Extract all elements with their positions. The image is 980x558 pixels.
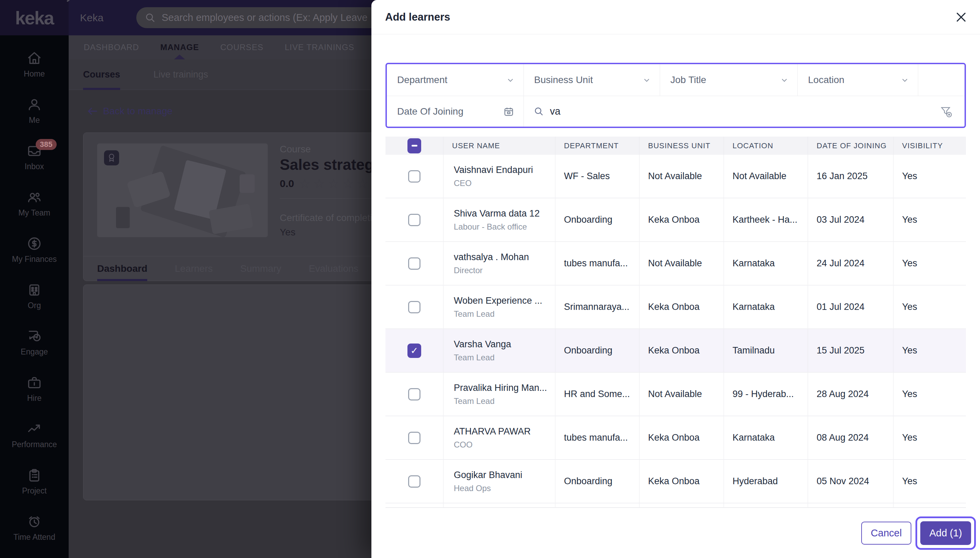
department-filter-dropdown[interactable]: Department (387, 64, 524, 96)
business-unit-filter-dropdown[interactable]: Business Unit (524, 64, 660, 96)
search-icon (534, 107, 544, 117)
user-cell: vathsalya . MohanDirector (443, 242, 555, 285)
global-search[interactable] (136, 7, 381, 28)
sidebar-item-hire[interactable]: Hire (0, 366, 69, 412)
date-of-joining-cell: 03 Jul 2024 (808, 199, 893, 241)
location-cell: Tamilnadu (724, 329, 808, 372)
row-checkbox[interactable] (408, 388, 420, 400)
row-checkbox[interactable] (408, 432, 420, 444)
filter-corner-cell (918, 64, 965, 96)
select-all-checkbox[interactable] (407, 138, 421, 153)
my-team-icon (27, 190, 42, 205)
table-row[interactable]: Vaishnavi EndapuriCEOWF - SalesNot Avail… (386, 155, 966, 199)
sidebar-item-inbox[interactable]: Inbox385 (0, 134, 69, 181)
department-cell: Srimannaraya... (555, 286, 640, 328)
date-of-joining-cell: 08 Aug 2024 (808, 416, 893, 459)
course-thumbnail (97, 143, 268, 237)
inbox-count-badge: 385 (36, 139, 57, 150)
learner-search-input[interactable] (550, 106, 934, 117)
sidebar-item-home[interactable]: Home (0, 41, 69, 88)
tab-dashboard[interactable]: DASHBOARD (84, 35, 139, 59)
add-button-focus-ring[interactable]: Add (1) (916, 517, 976, 550)
tab-label: COURSES (220, 43, 264, 52)
sidebar-item-label: My Team (18, 208, 51, 218)
date-of-joining-label: Date Of Joining (397, 106, 463, 117)
row-checkbox[interactable] (408, 258, 420, 270)
row-checkbox[interactable] (408, 170, 420, 182)
department-cell: Onboarding (555, 329, 640, 372)
sidebar-item-me[interactable]: Me (0, 88, 69, 134)
close-icon[interactable] (955, 11, 967, 23)
rating-value: 0.0 (280, 178, 294, 189)
sidebar-item-time-attend[interactable]: Time Attend (0, 505, 69, 551)
row-checkbox[interactable] (408, 475, 420, 487)
visibility-cell: Yes (893, 286, 966, 328)
location-filter-dropdown[interactable]: Location (798, 64, 918, 96)
tab-live-trainings[interactable]: LIVE TRAININGS (284, 35, 354, 59)
date-of-joining-cell: 01 Jul 2024 (808, 286, 893, 328)
column-header-location[interactable]: LOCATION (724, 136, 808, 155)
business-unit-cell: Keka Onboa (640, 460, 724, 503)
calendar-icon (504, 107, 514, 117)
sidebar-item-engage[interactable]: Engage (0, 320, 69, 366)
table-row[interactable]: Pravalika Hiring Man...Team LeadHR and S… (386, 373, 966, 416)
add-button[interactable]: Add (1) (920, 521, 971, 545)
course-tab-summary[interactable]: Summary (240, 256, 281, 281)
column-header-visibility[interactable]: VISIBILITY (893, 136, 966, 155)
user-role: Director (454, 266, 483, 275)
table-row[interactable]: Shiva Varma data 12Labour - Back officeO… (386, 199, 966, 242)
course-tab-evaluations[interactable]: Evaluations (309, 256, 359, 281)
subtab-courses[interactable]: Courses (83, 59, 120, 90)
sidebar-item-label: Project (22, 486, 47, 496)
course-tab-dashboard[interactable]: Dashboard (97, 256, 147, 281)
department-cell: Onboarding (555, 460, 640, 503)
keka-logo-text: keka (15, 7, 54, 28)
location-cell: Karnataka (724, 416, 808, 459)
cancel-button[interactable]: Cancel (861, 522, 911, 545)
department-cell: tubes manufa... (555, 416, 640, 459)
row-checkbox[interactable] (408, 301, 420, 313)
row-checkbox[interactable]: ✓ (407, 343, 421, 358)
column-header-department[interactable]: DEPARTMENT (555, 136, 640, 155)
table-row[interactable]: Woben Experience ...Team LeadSrimannaray… (386, 286, 966, 329)
table-row[interactable]: ✓Varsha VangaTeam LeadOnboardingKeka Onb… (386, 329, 966, 373)
course-tab-learners[interactable]: Learners (175, 256, 213, 281)
user-name: Vaishnavi Endapuri (454, 165, 533, 176)
table-row[interactable]: Gogikar BhavaniHead OpsOnboardingKeka On… (386, 460, 966, 504)
column-header-user-name[interactable]: USER NAME (443, 136, 555, 155)
back-to-manage-link[interactable]: Back to manage (87, 106, 172, 117)
org-icon (27, 282, 42, 297)
sidebar-item-performance[interactable]: Performance (0, 412, 69, 458)
tab-manage[interactable]: MANAGE (160, 35, 199, 59)
visibility-cell: Yes (893, 242, 966, 285)
keka-logo[interactable]: keka (0, 0, 69, 35)
tab-courses[interactable]: COURSES (220, 35, 264, 59)
chevron-down-icon (780, 76, 788, 84)
sidebar-item-project[interactable]: Project (0, 458, 69, 505)
my-finances-icon (27, 236, 42, 251)
date-of-joining-filter[interactable]: Date Of Joining (387, 96, 524, 126)
user-name: Gogikar Bhavani (454, 470, 522, 481)
sidebar-item-my-team[interactable]: My Team (0, 181, 69, 227)
sidebar-item-label: Hire (27, 394, 41, 403)
global-search-input[interactable] (162, 12, 368, 23)
column-header-date-of-joining[interactable]: DATE OF JOINING (808, 136, 893, 155)
table-row[interactable]: ATHARVA PAWARCOOtubes manufa...Keka Onbo… (386, 416, 966, 460)
learners-table: USER NAMEDEPARTMENTBUSINESS UNITLOCATION… (386, 136, 966, 508)
row-checkbox[interactable] (408, 214, 420, 226)
sidebar-item-my-finances[interactable]: My Finances (0, 227, 69, 273)
sidebar-item-org[interactable]: Org (0, 273, 69, 320)
column-header-business-unit[interactable]: BUSINESS UNIT (640, 136, 724, 155)
clear-filters-icon[interactable] (940, 105, 952, 118)
user-name: Varsha Vanga (454, 339, 511, 350)
sidebar-item-label: Home (24, 69, 44, 79)
sidebar-item-label: Performance (11, 440, 57, 449)
add-learners-modal: Add learners Department Business Unit Jo… (371, 0, 980, 558)
user-role: Team Lead (454, 353, 495, 363)
date-of-joining-cell: 16 Jan 2025 (808, 155, 893, 198)
table-row[interactable]: vathsalya . MohanDirectortubes manufa...… (386, 242, 966, 286)
job-title-filter-dropdown[interactable]: Job Title (660, 64, 798, 96)
subtab-live-trainings[interactable]: Live trainings (153, 59, 208, 90)
active-tab-pointer (174, 54, 185, 59)
illustration-mug (240, 174, 255, 193)
